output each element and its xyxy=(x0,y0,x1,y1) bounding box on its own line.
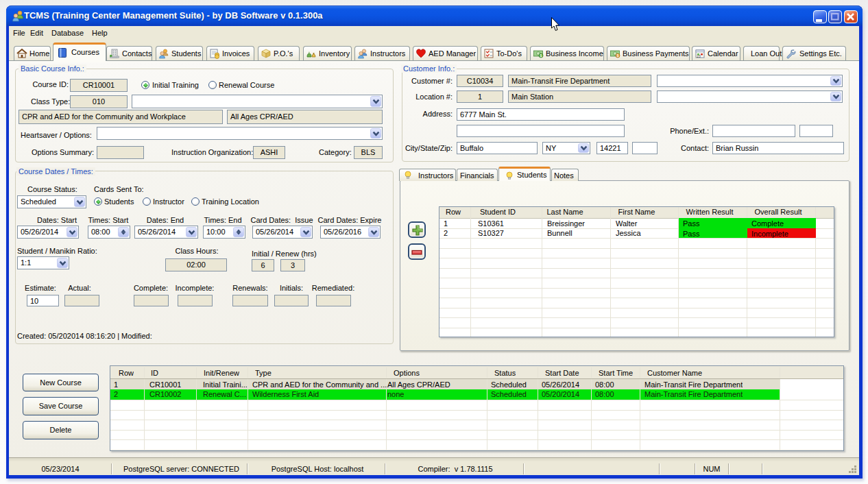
svg-text:$: $ xyxy=(540,53,542,58)
svg-text:$: $ xyxy=(617,53,619,58)
svg-text:23: 23 xyxy=(697,54,701,58)
